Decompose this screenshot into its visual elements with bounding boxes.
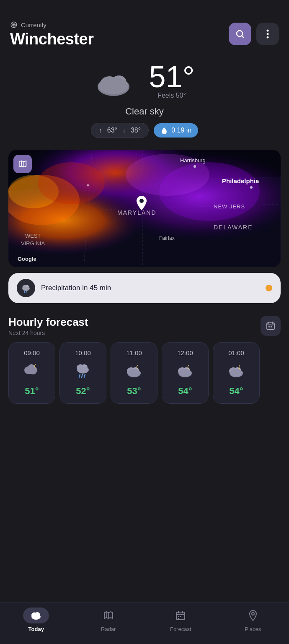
svg-rect-45 bbox=[267, 323, 274, 330]
svg-rect-80 bbox=[180, 616, 181, 617]
temp-range-pill: ↑ 63° ↓ 38° bbox=[91, 123, 149, 138]
nav-item-radar[interactable]: Radar bbox=[92, 608, 125, 632]
nav-item-today[interactable]: Today bbox=[19, 608, 53, 632]
hourly-time-4: 01:00 bbox=[228, 349, 244, 356]
nav-icon-wrap-places bbox=[240, 608, 266, 623]
city-name: Winchester bbox=[10, 30, 94, 48]
location-info: Currently Winchester bbox=[10, 21, 94, 48]
hourly-temp-4: 54° bbox=[229, 386, 243, 397]
svg-point-54 bbox=[77, 366, 88, 373]
hourly-icon-0 bbox=[21, 361, 42, 382]
svg-line-55 bbox=[79, 374, 80, 377]
svg-point-21 bbox=[38, 162, 105, 204]
hourly-icon-2 bbox=[124, 361, 144, 382]
nav-item-forecast[interactable]: Forecast bbox=[164, 608, 197, 632]
radar-map-nav-icon bbox=[103, 611, 114, 620]
precipitation-banner[interactable]: Precipitation in 45 min bbox=[8, 273, 281, 303]
nav-icon-wrap-radar bbox=[95, 608, 121, 623]
hourly-icon-3 bbox=[175, 361, 196, 382]
svg-rect-79 bbox=[178, 616, 179, 617]
calendar-button[interactable] bbox=[261, 316, 281, 336]
more-dots-icon bbox=[266, 29, 269, 39]
hourly-title-group: Hourly forecast Next 24 hours bbox=[8, 316, 88, 336]
currently-row: Currently bbox=[10, 21, 94, 29]
svg-point-36 bbox=[87, 184, 89, 187]
location-pin-icon bbox=[10, 21, 18, 29]
hourly-card-0: 09:00 51° bbox=[8, 342, 55, 404]
hourly-section: Hourly forecast Next 24 hours 09:00 bbox=[0, 309, 289, 407]
current-weather: 51° Feels 50° Clear sky ↑ 63° ↓ 38° 0.19… bbox=[0, 55, 289, 146]
svg-text:Fairfax: Fairfax bbox=[159, 235, 175, 241]
nav-label-places: Places bbox=[245, 626, 261, 632]
precip-banner-icon bbox=[17, 279, 35, 297]
weather-main: 51° Feels 50° bbox=[95, 62, 195, 99]
svg-text:Google: Google bbox=[18, 256, 36, 262]
temp-range-row: ↑ 63° ↓ 38° 0.19 in bbox=[91, 123, 198, 138]
rain-cloud-icon bbox=[21, 283, 31, 293]
svg-point-6 bbox=[267, 33, 269, 35]
svg-text:MARYLAND: MARYLAND bbox=[117, 209, 157, 216]
nav-icon-wrap-today bbox=[23, 608, 49, 623]
svg-point-72 bbox=[35, 612, 40, 617]
radar-map[interactable]: Harrisburg Philadelphia MARYLAND NEW JER… bbox=[8, 150, 281, 267]
svg-point-61 bbox=[128, 369, 140, 377]
svg-text:Philadelphia: Philadelphia bbox=[222, 177, 259, 184]
hourly-header: Hourly forecast Next 24 hours bbox=[8, 316, 281, 336]
svg-point-34 bbox=[139, 199, 144, 203]
svg-text:WEST: WEST bbox=[25, 233, 41, 239]
temp-section: 51° Feels 50° bbox=[149, 62, 195, 99]
hourly-time-1: 10:00 bbox=[75, 349, 91, 356]
calendar-nav-icon bbox=[175, 610, 186, 621]
svg-point-11 bbox=[98, 78, 129, 94]
svg-text:Harrisburg: Harrisburg bbox=[180, 157, 206, 164]
svg-line-56 bbox=[82, 374, 83, 377]
svg-point-25 bbox=[194, 165, 196, 168]
hourly-time-0: 09:00 bbox=[24, 349, 40, 356]
nav-label-forecast: Forecast bbox=[170, 626, 191, 632]
precip-pill: 0.19 in bbox=[154, 123, 198, 138]
svg-line-44 bbox=[26, 291, 26, 293]
hourly-temp-1: 52° bbox=[76, 386, 90, 397]
nav-label-today: Today bbox=[28, 626, 44, 632]
svg-rect-50 bbox=[271, 326, 272, 327]
cloud-icon bbox=[95, 64, 141, 97]
hourly-time-3: 12:00 bbox=[177, 349, 193, 356]
hourly-time-2: 11:00 bbox=[126, 349, 142, 356]
search-icon bbox=[235, 29, 245, 39]
svg-point-69 bbox=[230, 369, 243, 377]
nav-label-radar: Radar bbox=[101, 626, 116, 632]
menu-button[interactable] bbox=[256, 23, 279, 45]
svg-line-57 bbox=[84, 374, 85, 377]
calendar-icon bbox=[266, 321, 276, 331]
location-nav-icon bbox=[248, 610, 258, 621]
up-arrow-icon: ↑ bbox=[99, 127, 102, 134]
hourly-icon-1 bbox=[72, 361, 93, 382]
precip-banner-text: Precipitation in 45 min bbox=[41, 284, 260, 292]
svg-line-4 bbox=[242, 36, 244, 38]
hourly-cards: 09:00 51° 10:00 52° bbox=[8, 342, 281, 407]
svg-point-1 bbox=[13, 24, 15, 26]
condition-text: Clear sky bbox=[125, 106, 164, 117]
currently-label: Currently bbox=[21, 21, 46, 29]
hourly-title: Hourly forecast bbox=[8, 316, 88, 329]
hourly-temp-2: 53° bbox=[127, 386, 141, 397]
hourly-card-4: 01:00 54° bbox=[213, 342, 260, 404]
low-temp: 38° bbox=[131, 127, 141, 134]
svg-text:VIRGINIA: VIRGINIA bbox=[21, 240, 45, 247]
svg-point-5 bbox=[267, 30, 269, 32]
nav-item-places[interactable]: Places bbox=[236, 608, 270, 632]
svg-point-7 bbox=[267, 36, 269, 39]
svg-point-65 bbox=[179, 369, 191, 377]
hourly-subtitle: Next 24 hours bbox=[8, 330, 88, 336]
search-button[interactable] bbox=[229, 23, 251, 45]
svg-rect-49 bbox=[268, 326, 270, 327]
svg-point-27 bbox=[250, 186, 253, 189]
map-expand-button[interactable] bbox=[13, 155, 32, 173]
bottom-nav: Today Radar Forecast bbox=[0, 602, 289, 644]
svg-point-82 bbox=[252, 613, 254, 615]
cloud-nav-icon bbox=[30, 611, 42, 620]
down-arrow-icon: ↓ bbox=[122, 127, 126, 134]
map-icon bbox=[18, 159, 27, 169]
svg-line-43 bbox=[24, 291, 25, 293]
header-buttons bbox=[229, 23, 279, 45]
